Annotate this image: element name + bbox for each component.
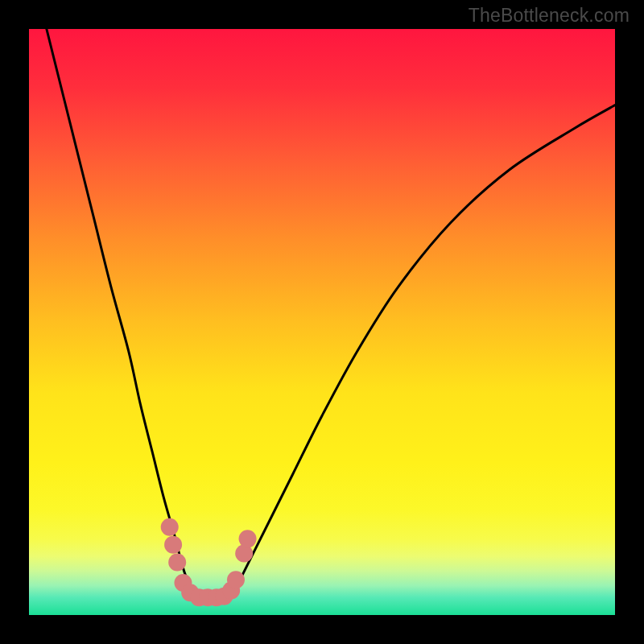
highlight-dot [227, 571, 245, 588]
v-curve-path [47, 29, 615, 598]
curve-layer [29, 29, 615, 615]
highlight-dot [161, 518, 179, 536]
watermark-text: TheBottleneck.com [469, 5, 630, 27]
highlight-dots [161, 518, 257, 606]
highlight-dot [239, 530, 257, 547]
highlight-dot [164, 536, 182, 554]
highlight-dot [235, 545, 253, 563]
chart-frame: TheBottleneck.com [0, 0, 644, 644]
v-curve-line [47, 29, 615, 598]
highlight-dot [168, 553, 186, 571]
plot-area [29, 29, 615, 615]
